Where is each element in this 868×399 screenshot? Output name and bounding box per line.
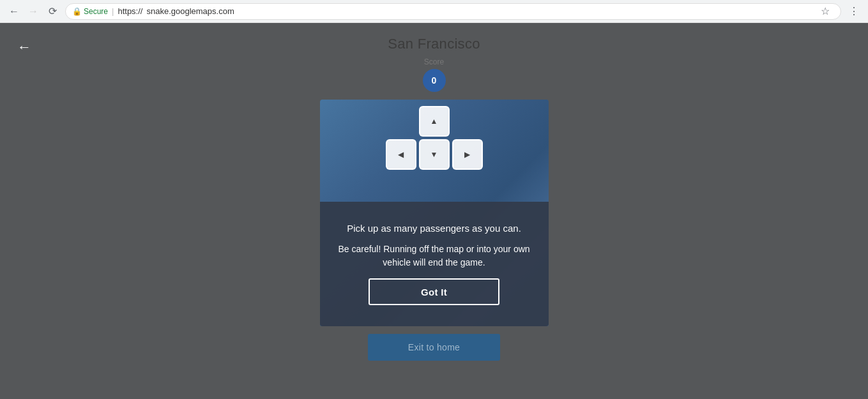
instruction-primary: Pick up as many passengers as you can. bbox=[347, 223, 521, 234]
lock-icon: 🔒 bbox=[72, 7, 82, 16]
secure-label: Secure bbox=[84, 7, 108, 16]
browser-chrome: ← → ⟳ 🔒 Secure | https:// snake.googlema… bbox=[0, 0, 868, 23]
controls-row-middle: ◀ ▼ ▶ bbox=[386, 139, 483, 170]
game-title: San Francisco bbox=[388, 36, 480, 52]
got-it-button[interactable]: Got It bbox=[369, 278, 499, 305]
back-button[interactable]: ← bbox=[5, 3, 23, 20]
direction-controls: ▲ ◀ ▼ ▶ bbox=[386, 106, 483, 170]
game-container: ← San Francisco Score 0 ▲ ◀ ▼ ▶ Pick up … bbox=[0, 23, 868, 399]
secure-badge: 🔒 Secure bbox=[72, 7, 108, 16]
right-button[interactable]: ▶ bbox=[452, 139, 483, 170]
score-value: 0 bbox=[423, 69, 446, 92]
controls-row-top: ▲ bbox=[419, 106, 450, 137]
forward-button[interactable]: → bbox=[24, 3, 42, 20]
score-label: Score bbox=[424, 57, 444, 66]
map-panel: ▲ ◀ ▼ ▶ Pick up as many passengers as yo… bbox=[320, 100, 549, 326]
instruction-overlay: Pick up as many passengers as you can. B… bbox=[320, 202, 549, 326]
reload-button[interactable]: ⟳ bbox=[43, 3, 61, 20]
address-separator: | bbox=[112, 6, 114, 16]
nav-buttons: ← → ⟳ bbox=[5, 3, 61, 20]
instruction-secondary: Be careful! Running off the map or into … bbox=[333, 243, 536, 269]
down-button[interactable]: ▼ bbox=[419, 139, 450, 170]
url-prefix: https:// bbox=[118, 6, 142, 16]
url-host: snake.googlemaps.com bbox=[146, 6, 234, 16]
game-back-button[interactable]: ← bbox=[13, 36, 36, 59]
left-button[interactable]: ◀ bbox=[386, 139, 416, 170]
bookmark-button[interactable]: ☆ bbox=[816, 3, 834, 20]
address-bar[interactable]: 🔒 Secure | https:// snake.googlemaps.com… bbox=[65, 3, 841, 20]
score-container: Score 0 bbox=[423, 57, 446, 92]
up-button[interactable]: ▲ bbox=[419, 106, 450, 137]
exit-to-home-button[interactable]: Exit to home bbox=[368, 334, 500, 361]
browser-menu-button[interactable]: ⋮ bbox=[845, 3, 863, 20]
